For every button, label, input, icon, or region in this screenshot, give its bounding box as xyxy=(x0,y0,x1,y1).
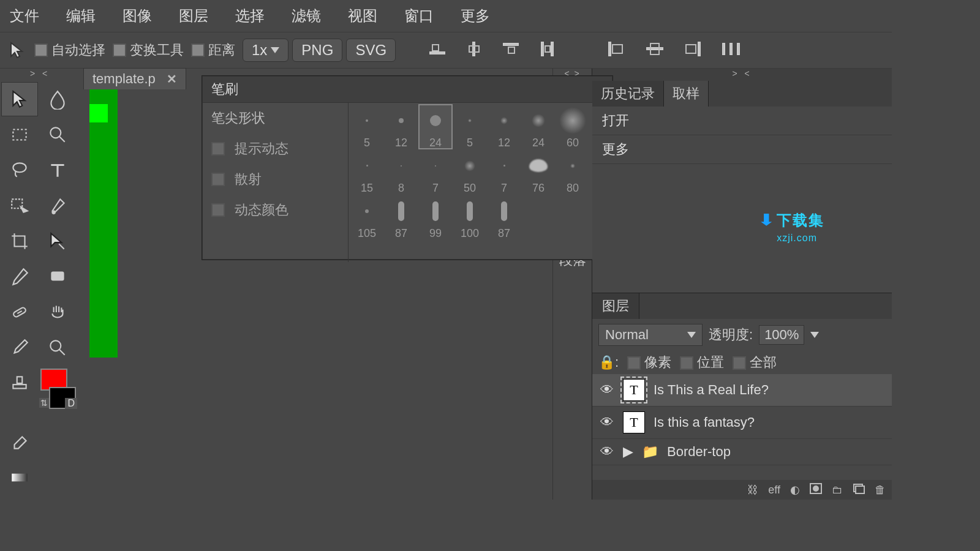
brush-dynamics-toggle[interactable]: 提示动态 xyxy=(203,133,348,164)
menu-window[interactable]: 窗口 xyxy=(401,4,437,28)
delete-layer-icon[interactable]: 🗑 xyxy=(875,484,886,497)
magnify-tool[interactable] xyxy=(39,331,76,365)
brush-preset[interactable]: 15 xyxy=(350,149,384,195)
menu-view[interactable]: 视图 xyxy=(344,4,381,28)
brush-tip-shape[interactable]: 笔尖形状 xyxy=(203,103,348,133)
brush-preset[interactable]: 5 xyxy=(453,104,487,149)
menu-layer[interactable]: 图层 xyxy=(175,4,212,28)
tab-history[interactable]: 历史记录 xyxy=(592,81,664,107)
lock-position-toggle[interactable]: 位置 xyxy=(680,353,724,372)
hand-tool[interactable] xyxy=(39,295,76,329)
brush-tool[interactable] xyxy=(1,331,38,365)
zoom-tool[interactable] xyxy=(39,118,76,152)
lock-pixels-toggle[interactable]: 像素 xyxy=(627,353,671,372)
brush-preset[interactable]: 99 xyxy=(418,195,453,240)
text-tool[interactable] xyxy=(39,153,76,187)
visibility-icon[interactable]: 👁 xyxy=(600,444,614,460)
brush-preset[interactable]: 50 xyxy=(453,149,487,195)
distance-toggle[interactable]: 距离 xyxy=(191,41,235,59)
align-right-icon[interactable] xyxy=(496,39,526,62)
align-bottom-icon[interactable] xyxy=(677,39,708,62)
tab-layers[interactable]: 图层 xyxy=(592,293,639,319)
menu-image[interactable]: 图像 xyxy=(119,4,156,28)
brush-preset[interactable]: 80 xyxy=(556,149,590,195)
menu-select[interactable]: 选择 xyxy=(232,4,268,28)
stamp-tool[interactable] xyxy=(1,366,38,400)
blend-mode-select[interactable]: Normal xyxy=(598,324,703,346)
color-swatches[interactable]: ⇅ D xyxy=(39,369,76,424)
pen-tool[interactable] xyxy=(39,189,76,223)
brush-panel-title[interactable]: 笔刷 xyxy=(203,77,612,103)
menu-more[interactable]: 更多 xyxy=(457,4,494,28)
brush-preset[interactable]: 60 xyxy=(556,104,590,149)
layer-row[interactable]: 👁 T Is this a fantasy? xyxy=(592,407,892,439)
tab-sample[interactable]: 取样 xyxy=(664,81,709,107)
layer-row[interactable]: 👁 T Is This a Real Life? xyxy=(592,374,892,407)
default-colors-icon[interactable]: D xyxy=(65,398,77,409)
brush-preset[interactable]: 12 xyxy=(384,104,418,149)
marquee-tool[interactable] xyxy=(1,118,38,152)
brush-preset[interactable]: 8 xyxy=(384,149,418,195)
mask-icon[interactable]: ◐ xyxy=(790,483,800,497)
visibility-icon[interactable]: 👁 xyxy=(600,382,614,398)
blur-tool[interactable] xyxy=(39,82,76,116)
transform-toggle[interactable]: 变换工具 xyxy=(113,41,184,59)
align-center-h-icon[interactable] xyxy=(459,39,489,62)
brush-preset[interactable]: 87 xyxy=(384,195,418,240)
shape-tool[interactable] xyxy=(39,260,76,294)
new-folder-icon[interactable]: 🗀 xyxy=(832,484,843,497)
brush-preset[interactable]: 87 xyxy=(487,195,521,240)
close-tab-icon[interactable]: ✕ xyxy=(167,72,177,86)
history-item-open[interactable]: 打开 xyxy=(592,107,892,135)
link-layers-icon[interactable]: ⛓ xyxy=(747,484,758,497)
path-select-tool[interactable] xyxy=(39,224,76,258)
heal-tool[interactable] xyxy=(1,295,38,329)
distribute-v-icon[interactable] xyxy=(533,39,562,62)
layer-effects-button[interactable]: eff xyxy=(768,484,780,497)
document-tab[interactable]: template.p ✕ xyxy=(83,68,186,89)
auto-select-toggle[interactable]: 自动选择 xyxy=(34,41,105,59)
menu-bar: 文件 编辑 图像 图层 选择 滤镜 视图 窗口 更多 xyxy=(0,0,892,32)
expand-folder-icon[interactable]: ▶ xyxy=(623,444,633,460)
adjustment-icon[interactable] xyxy=(810,483,822,497)
distribute-h-icon[interactable] xyxy=(715,39,748,62)
layer-row[interactable]: 👁 ▶ 📁 Border-top xyxy=(592,439,892,465)
zoom-select[interactable]: 1x xyxy=(243,39,288,62)
brush-preset[interactable]: 5 xyxy=(350,104,384,149)
brush-preset[interactable]: 7 xyxy=(487,149,521,195)
lock-all-toggle[interactable]: 全部 xyxy=(733,353,777,372)
move-tool[interactable] xyxy=(1,82,38,116)
brush-color-dynamics-toggle[interactable]: 动态颜色 xyxy=(203,195,348,225)
brush-preset[interactable]: 24 xyxy=(521,104,556,149)
new-layer-icon[interactable] xyxy=(853,483,865,497)
brush-preset[interactable]: 12 xyxy=(487,104,521,149)
eraser-tool[interactable] xyxy=(1,425,38,459)
opacity-dropdown-icon[interactable] xyxy=(810,332,819,338)
tool-collapse[interactable]: > < xyxy=(0,69,80,81)
align-top-icon[interactable] xyxy=(601,39,632,62)
brush-preset[interactable]: 24 xyxy=(418,104,453,149)
menu-file[interactable]: 文件 xyxy=(6,4,43,28)
align-left-icon[interactable] xyxy=(423,39,452,62)
quick-select-tool[interactable] xyxy=(1,189,38,223)
canvas[interactable] xyxy=(89,89,118,358)
opacity-value[interactable]: 100% xyxy=(759,325,804,345)
brush-preset[interactable]: 100 xyxy=(453,195,487,240)
menu-filter[interactable]: 滤镜 xyxy=(288,4,325,28)
right-collapse[interactable]: > < xyxy=(592,69,892,81)
brush-preset[interactable]: 105 xyxy=(350,195,384,240)
brush-scatter-toggle[interactable]: 散射 xyxy=(203,164,348,195)
export-svg-button[interactable]: SVG xyxy=(346,39,396,62)
visibility-icon[interactable]: 👁 xyxy=(600,414,614,430)
brush-preset[interactable]: 76 xyxy=(521,149,556,195)
history-item-more[interactable]: 更多 xyxy=(592,135,892,164)
crop-tool[interactable] xyxy=(1,224,38,258)
lasso-tool[interactable] xyxy=(1,153,38,187)
eyedropper-tool[interactable] xyxy=(1,260,38,294)
gradient-tool[interactable] xyxy=(1,460,38,495)
export-png-button[interactable]: PNG xyxy=(292,39,342,62)
align-middle-icon[interactable] xyxy=(639,39,670,62)
swap-colors-icon[interactable]: ⇅ xyxy=(39,398,49,408)
brush-preset[interactable]: 7 xyxy=(418,149,453,195)
menu-edit[interactable]: 编辑 xyxy=(62,4,99,28)
